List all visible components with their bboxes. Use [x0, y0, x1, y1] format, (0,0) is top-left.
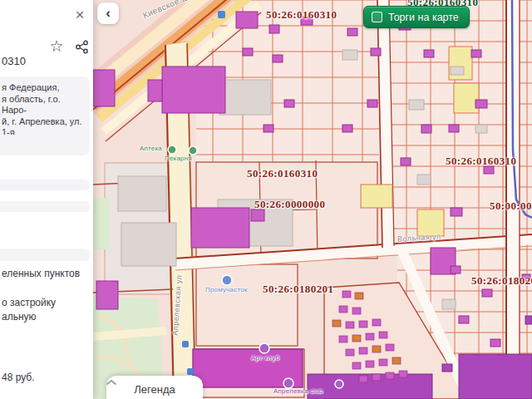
auction-on-map-toggle[interactable]: Торги на карте: [363, 6, 470, 28]
art-club-poi-icon[interactable]: [259, 343, 269, 353]
industrial-site-poi-icon[interactable]: [222, 275, 232, 285]
close-icon: ×: [75, 6, 84, 23]
transit-stop-icon[interactable]: [187, 368, 194, 375]
land-category-value: еленных пунктов: [2, 268, 80, 279]
map-canvas[interactable]: 50:26:0160310 50:26:0160310 50:26:016031…: [93, 0, 532, 399]
aprelevka-club-poi-icon[interactable]: [283, 378, 293, 388]
attribute-row: [0, 180, 90, 190]
legend-button[interactable]: Легенда: [106, 376, 203, 399]
transit-stop-icon[interactable]: [218, 11, 225, 18]
star-icon: ☆: [49, 37, 63, 55]
checkbox-icon: [372, 12, 382, 22]
venue-poi-icon[interactable]: [335, 380, 343, 388]
transit-stop-icon[interactable]: [182, 341, 189, 347]
attribute-row: [0, 135, 90, 151]
address-line: я Федерация,: [2, 82, 86, 94]
pharmacy-poi-icon[interactable]: [168, 145, 176, 154]
cadastral-value: 48 руб.: [2, 372, 35, 383]
legend-label: Легенда: [134, 383, 175, 396]
attribute-row: [0, 201, 90, 212]
address-line: я область, г.о. Наро-: [2, 94, 86, 116]
permitted-use-value: о застройку: [2, 297, 56, 308]
cadastral-number: 0310: [2, 55, 26, 67]
share-button[interactable]: [71, 38, 91, 58]
bakery-poi-icon[interactable]: [189, 146, 197, 155]
info-panel: × ☆ 0310 я Федерация, я область, г.о. На…: [0, 0, 93, 399]
permitted-use-value: альную: [2, 311, 37, 323]
chevron-left-icon: ‹: [106, 5, 111, 21]
chevron-up-icon: [106, 379, 116, 386]
auction-toggle-label: Торги на карте: [388, 12, 459, 23]
share-icon: [75, 40, 89, 54]
collapse-panel-button[interactable]: ‹: [97, 2, 119, 24]
panel-close-button[interactable]: ×: [70, 5, 90, 25]
cadastral-map-app: 50:26:0160310 50:26:0160310 50:26:016031…: [0, 0, 532, 399]
favorite-button[interactable]: ☆: [47, 37, 66, 57]
map-graphics: [93, 0, 532, 399]
attribute-row: [0, 249, 90, 261]
